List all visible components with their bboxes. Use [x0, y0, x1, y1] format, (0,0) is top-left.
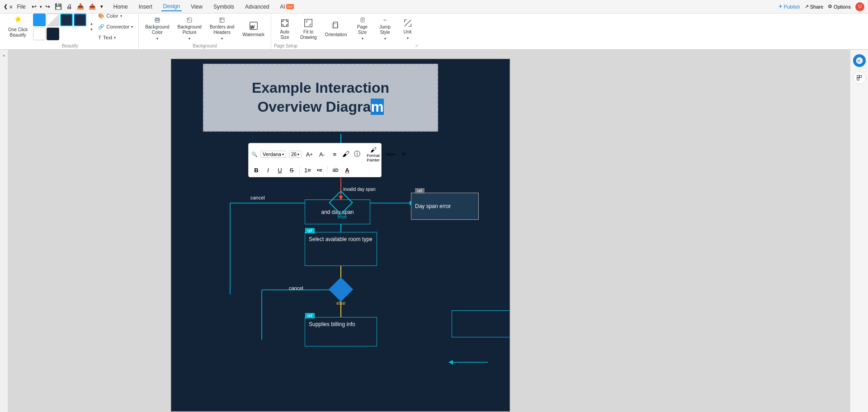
ft-font-size[interactable]: 26 ▾ [289, 151, 302, 158]
unit-btn[interactable]: Unit ▾ [397, 15, 419, 43]
title-highlight: m [371, 99, 383, 115]
ft-decrease-font-btn[interactable]: A- [317, 149, 327, 159]
color-btn[interactable]: 🎨Color▾ [95, 11, 136, 21]
page-size-btn[interactable]: Page Size ▾ [352, 15, 373, 43]
style-arrow-up[interactable]: ▲ [88, 21, 94, 27]
ft-strikethrough-btn[interactable]: S [287, 165, 297, 175]
nav-ai[interactable]: AI hot [278, 3, 295, 11]
diamond-2[interactable] [329, 277, 353, 302]
ft-font-select[interactable]: Verdana ▾ [260, 151, 286, 158]
auto-size-btn[interactable]: Auto Size [274, 15, 296, 43]
import-btn[interactable]: 📥 [75, 3, 85, 10]
nav-insert[interactable]: Insert [137, 3, 154, 11]
svg-rect-12 [332, 24, 338, 28]
ft-ab-btn[interactable]: ab [330, 165, 340, 175]
borders-headers-btn[interactable]: Borders and Headers ▾ [206, 15, 238, 43]
options-btn[interactable]: ⚙Options [828, 4, 851, 9]
save-btn[interactable]: 💾 [53, 3, 63, 10]
canvas-area[interactable]: M [8, 50, 868, 412]
nav-symbols[interactable]: Symbols [212, 3, 236, 11]
svg-rect-20 [859, 76, 862, 78]
style-swatch-6[interactable] [47, 28, 59, 40]
page-setup-expand[interactable]: ⤢ [415, 43, 419, 48]
select-room-box[interactable]: ref Select available room type [305, 232, 377, 266]
ft-more[interactable]: More [384, 151, 397, 157]
undo-dropdown[interactable]: ▾ [40, 5, 42, 9]
ft-bullet-list-btn[interactable]: •≡ [315, 165, 325, 175]
panel-btn-2[interactable] [853, 71, 866, 84]
ft-close-btn[interactable]: ✕ [401, 151, 406, 157]
style-swatch-3[interactable] [60, 14, 73, 26]
ft-underline-btn[interactable]: U [275, 165, 285, 175]
style-arrow-down[interactable]: ▼ [88, 27, 94, 33]
day-span-error-box[interactable]: ref Day span error [411, 193, 479, 220]
sidebar-toggle-btn[interactable]: » [1, 52, 7, 59]
style-swatch-5[interactable] [33, 28, 46, 40]
main-nav: Home Insert Design View Symbols Advanced… [112, 2, 296, 11]
nav-home[interactable]: Home [112, 3, 130, 11]
ft-font-color-btn[interactable]: A [342, 165, 352, 175]
ft-row2: B I U S 1≡ •≡ ab A [251, 165, 378, 175]
bg-picture-btn[interactable]: Background Picture ▾ [174, 15, 205, 43]
left-sidebar: » [0, 50, 8, 412]
ribbon-page-setup-section: Auto Size Fit to Drawing Orientation [271, 14, 421, 49]
style-arrows: ▲ ▼ [88, 21, 94, 33]
ft-format-painter[interactable]: 🖌 Format Painter [365, 145, 382, 163]
svg-rect-19 [857, 76, 859, 78]
nav-advanced[interactable]: Advanced [243, 3, 271, 11]
ft-numbered-list-btn[interactable]: 1≡ [302, 165, 313, 175]
svg-rect-10 [305, 19, 312, 27]
beautify-items: One Click Beautify ▲ ▼ [5, 11, 136, 43]
orientation-btn[interactable]: Orientation [321, 15, 351, 43]
publish-btn[interactable]: ✈Publish [778, 4, 800, 9]
ft-row1: 🔍 Verdana ▾ 26 ▾ A+ A- ≡ 🖌 ⓘ 🖌 F [251, 145, 378, 163]
supplies-billing-box[interactable]: ref Supplies billing info [305, 317, 377, 346]
nav-view[interactable]: View [189, 3, 204, 11]
page-setup-items: Auto Size Fit to Drawing Orientation [274, 15, 419, 43]
expand-icon[interactable]: ≡ [9, 4, 12, 9]
svg-rect-9 [282, 19, 288, 26]
ft-paint-icon[interactable]: 🖌 [342, 150, 349, 158]
user-avatar[interactable]: U [855, 2, 864, 11]
diagram-canvas[interactable]: Example InteractionOverview Diagram 🔍 Ve… [171, 59, 510, 412]
watermark-btn[interactable]: W Watermark [239, 15, 268, 43]
beautify-label: Beautify [62, 43, 78, 48]
one-click-beautify-btn[interactable]: One Click Beautify [5, 13, 31, 40]
connector-btn[interactable]: 🔗Connector▾ [95, 22, 136, 32]
bg-color-btn[interactable]: Background Color ▾ [142, 15, 173, 43]
supplies-billing-ref-tag: ref [305, 313, 315, 318]
redo-btn[interactable]: ↪ [44, 3, 52, 10]
ft-italic-btn[interactable]: I [263, 165, 273, 175]
color-wheel-btn[interactable]: M [853, 54, 866, 67]
file-menu[interactable]: File [15, 3, 27, 11]
background-items: Background Color ▾ Background Picture ▾ [142, 15, 268, 43]
ft-align-btn[interactable]: ≡ [330, 149, 340, 159]
top-bar-right: ✈Publish ↗Share ⚙Options U [778, 2, 864, 11]
invalid-day-span-label: invalid day span [343, 187, 376, 192]
supplies-right-box[interactable] [452, 310, 510, 337]
nav-design[interactable]: Design [161, 2, 182, 11]
svg-rect-11 [334, 22, 338, 28]
else-label-2: else [336, 300, 345, 306]
export-btn[interactable]: 📤 [87, 3, 97, 10]
ft-increase-font-btn[interactable]: A+ [304, 149, 314, 159]
ft-more-btn[interactable]: ⓘ [352, 149, 362, 159]
style-swatch-1[interactable] [33, 14, 46, 26]
undo-btn[interactable]: ↩ [30, 3, 38, 10]
jump-style-btn[interactable]: Jump Style ▾ [374, 15, 396, 43]
print-btn[interactable]: 🖨 [65, 3, 74, 10]
color-connector-text: 🎨Color▾ 🔗Connector▾ TText▾ [95, 11, 136, 43]
fit-to-drawing-btn[interactable]: Fit to Drawing [297, 15, 321, 43]
style-swatch-2[interactable] [47, 14, 59, 26]
ribbon: One Click Beautify ▲ ▼ [0, 14, 868, 50]
style-swatch-4[interactable] [74, 14, 86, 26]
undo-redo-group: ↩ ▾ ↪ 💾 🖨 📥 📤 ▾ [30, 3, 104, 10]
more-options-btn[interactable]: ▾ [99, 4, 104, 9]
floating-toolbar: 🔍 Verdana ▾ 26 ▾ A+ A- ≡ 🖌 ⓘ 🖌 F [248, 143, 382, 177]
title-box[interactable]: Example InteractionOverview Diagram [203, 64, 438, 132]
page-setup-label: Page Setup [274, 43, 297, 48]
share-btn[interactable]: ↗Share [805, 4, 823, 9]
text-btn[interactable]: TText▾ [95, 33, 136, 43]
ft-bold-btn[interactable]: B [251, 165, 261, 175]
collapse-icon[interactable]: ❮ [4, 4, 8, 9]
